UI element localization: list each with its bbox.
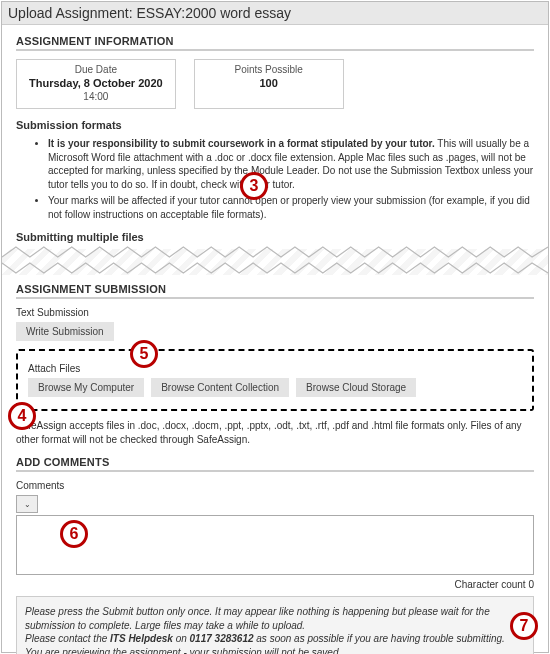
points-box: Points Possible 100 — [194, 59, 344, 109]
text-submission-label: Text Submission — [16, 307, 534, 318]
points-label: Points Possible — [207, 64, 331, 75]
safeassign-note: SafeAssign accepts files in .doc, .docx,… — [16, 419, 534, 446]
comments-textarea[interactable] — [16, 515, 534, 575]
annotation-callout-3: 3 — [240, 172, 268, 200]
multi-files-heading: Submitting multiple files — [16, 231, 534, 243]
section-info-heading: ASSIGNMENT INFORMATION — [16, 35, 534, 51]
attach-files-label: Attach Files — [28, 363, 522, 374]
page-break-decoration — [2, 249, 548, 275]
footer-note: Please press the Submit button only once… — [16, 596, 534, 654]
formats-bullet: It is your responsibility to submit cour… — [48, 137, 534, 191]
browse-cloud-storage-button[interactable]: Browse Cloud Storage — [296, 378, 416, 397]
character-count: Character count 0 — [16, 579, 534, 590]
attach-files-region: Attach Files Browse My Computer Browse C… — [16, 349, 534, 411]
page-title: Upload Assignment: ESSAY:2000 word essay — [2, 2, 548, 25]
points-value: 100 — [207, 75, 331, 91]
due-date-value: Thursday, 8 October 2020 — [29, 75, 163, 91]
annotation-callout-7: 7 — [510, 612, 538, 640]
section-submission-heading: ASSIGNMENT SUBMISSION — [16, 283, 534, 299]
comments-toolbar-dropdown[interactable]: ⌄ — [16, 495, 38, 513]
write-submission-button[interactable]: Write Submission — [16, 322, 114, 341]
annotation-callout-4: 4 — [8, 402, 36, 430]
annotation-callout-5: 5 — [130, 340, 158, 368]
due-date-label: Due Date — [29, 64, 163, 75]
formats-bullet: Your marks will be affected if your tuto… — [48, 194, 534, 221]
due-date-time: 14:00 — [29, 91, 163, 102]
browse-content-collection-button[interactable]: Browse Content Collection — [151, 378, 289, 397]
section-comments-heading: ADD COMMENTS — [16, 456, 534, 472]
annotation-callout-6: 6 — [60, 520, 88, 548]
chevron-down-icon: ⌄ — [24, 500, 31, 509]
formats-list: It is your responsibility to submit cour… — [16, 137, 534, 221]
comments-label: Comments — [16, 480, 534, 491]
browse-my-computer-button[interactable]: Browse My Computer — [28, 378, 144, 397]
submission-formats-heading: Submission formats — [16, 119, 534, 131]
due-date-box: Due Date Thursday, 8 October 2020 14:00 — [16, 59, 176, 109]
